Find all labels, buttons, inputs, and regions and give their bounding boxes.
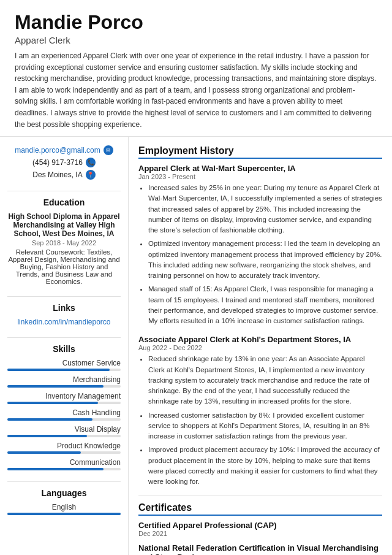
- job-title: Apparel Clerk at Wal-Mart Supercenter, I…: [138, 164, 382, 173]
- location-icon: 📍: [86, 170, 96, 180]
- skill-label: Cash Handling: [7, 408, 121, 417]
- skill-label: Customer Service: [7, 359, 121, 367]
- main-content: Employment History Apparel Clerk at Wal-…: [129, 137, 392, 555]
- job-title: Apparel Clerk: [15, 35, 377, 45]
- languages-section: Languages English: [7, 488, 121, 515]
- skill-item: Merchandising: [7, 375, 121, 388]
- links-title: Links: [7, 303, 121, 313]
- skill-item: Visual Display: [7, 425, 121, 437]
- job-bullet: Increased sales by 25% in one year: Duri…: [148, 183, 382, 235]
- job-bullet: Improved product placement accuracy by 1…: [148, 445, 382, 487]
- coursework: Relevant Coursework: Textiles, Apparel D…: [7, 248, 121, 285]
- languages-title: Languages: [7, 488, 121, 498]
- email-item[interactable]: mandie.porco@gmail.com ✉: [7, 145, 121, 155]
- certs-list: Certified Apparel Professional (CAP) Dec…: [138, 521, 382, 555]
- job-dates: Jan 2023 - Present: [138, 173, 382, 180]
- skill-label: Communication: [7, 458, 121, 467]
- phone-value: (454) 917-3716: [32, 158, 83, 167]
- skill-bar-bg: [7, 451, 121, 454]
- skill-bar-fill: [7, 402, 98, 404]
- skill-label: Merchandising: [7, 375, 121, 384]
- candidate-name: Mandie Porco: [15, 11, 377, 34]
- degree: High School Diploma in Apparel Merchandi…: [7, 212, 121, 238]
- skill-bar-bg: [7, 385, 121, 388]
- skill-label: Product Knowledge: [7, 442, 121, 450]
- skill-item: Product Knowledge: [7, 442, 121, 454]
- cert-block: Certified Apparel Professional (CAP) Dec…: [138, 521, 382, 537]
- skill-bar-fill: [7, 435, 87, 437]
- employment-title: Employment History: [138, 145, 382, 159]
- location-value: Des Moines, IA: [32, 170, 82, 179]
- certificates-section: Certificates Certified Apparel Professio…: [138, 502, 382, 555]
- skill-bar-bg: [7, 369, 121, 371]
- skills-title: Skills: [7, 344, 121, 354]
- employment-section: Employment History Apparel Clerk at Wal-…: [138, 145, 382, 487]
- language-bar-bg: [7, 513, 121, 515]
- cert-date: Dec 2021: [138, 530, 382, 537]
- language-bar-fill: [7, 513, 121, 515]
- skills-section: Skills Customer Service Merchandising In…: [7, 344, 121, 470]
- links-section: Links linkedin.com/in/mandieporco: [7, 303, 121, 326]
- skill-label: Visual Display: [7, 425, 121, 434]
- language-label: English: [7, 503, 121, 511]
- cert-block: National Retail Federation Certification…: [138, 543, 382, 555]
- job-block: Associate Apparel Clerk at Kohl's Depart…: [138, 335, 382, 487]
- skill-bar-bg: [7, 435, 121, 437]
- job-bullets: Increased sales by 25% in one year: Duri…: [138, 183, 382, 326]
- languages-list: English: [7, 503, 121, 515]
- contact-section: mandie.porco@gmail.com ✉ (454) 917-3716 …: [7, 145, 121, 180]
- job-bullet: Increased customer satisfaction by 8%: I…: [148, 410, 382, 442]
- skill-bar-fill: [7, 451, 81, 454]
- job-bullet: Optimized inventory management process: …: [148, 239, 382, 281]
- phone-item: (454) 917-3716 📞: [7, 158, 121, 167]
- job-bullets: Reduced shrinkage rate by 13% in one yea…: [138, 354, 382, 487]
- skill-bar-bg: [7, 468, 121, 470]
- certificates-title: Certificates: [138, 502, 382, 516]
- skill-bar-fill: [7, 369, 110, 371]
- sidebar: mandie.porco@gmail.com ✉ (454) 917-3716 …: [0, 137, 129, 555]
- skills-list: Customer Service Merchandising Inventory…: [7, 359, 121, 470]
- linkedin-link[interactable]: linkedin.com/in/mandieporco: [7, 318, 121, 326]
- email-value: mandie.porco@gmail.com: [15, 146, 100, 155]
- skill-item: Communication: [7, 458, 121, 470]
- email-icon: ✉: [104, 145, 113, 155]
- skill-bar-bg: [7, 402, 121, 404]
- top-header: Mandie Porco Apparel Clerk I am an exper…: [0, 0, 392, 137]
- skill-bar-fill: [7, 468, 104, 470]
- skill-bar-bg: [7, 418, 121, 421]
- location-item: Des Moines, IA 📍: [7, 170, 121, 180]
- education-title: Education: [7, 197, 121, 207]
- education-section: Education High School Diploma in Apparel…: [7, 197, 121, 285]
- job-dates: Aug 2022 - Dec 2022: [138, 344, 382, 351]
- jobs-list: Apparel Clerk at Wal-Mart Supercenter, I…: [138, 164, 382, 487]
- cert-name: Certified Apparel Professional (CAP): [138, 521, 382, 530]
- skill-item: Cash Handling: [7, 408, 121, 421]
- job-bullet: Managed staff of 15: As Apparel Clerk, I…: [148, 284, 382, 326]
- skill-bar-fill: [7, 418, 92, 421]
- summary: I am an experienced Apparel Clerk with o…: [15, 50, 377, 130]
- cert-name: National Retail Federation Certification…: [138, 543, 382, 555]
- education-dates: Sep 2018 - May 2022: [7, 239, 121, 247]
- phone-icon: 📞: [86, 158, 96, 167]
- skill-bar-fill: [7, 385, 104, 388]
- language-item: English: [7, 503, 121, 515]
- job-bullet: Reduced shrinkage rate by 13% in one yea…: [148, 354, 382, 407]
- job-block: Apparel Clerk at Wal-Mart Supercenter, I…: [138, 164, 382, 326]
- job-title: Associate Apparel Clerk at Kohl's Depart…: [138, 335, 382, 344]
- skill-item: Inventory Management: [7, 392, 121, 404]
- skill-label: Inventory Management: [7, 392, 121, 400]
- skill-item: Customer Service: [7, 359, 121, 371]
